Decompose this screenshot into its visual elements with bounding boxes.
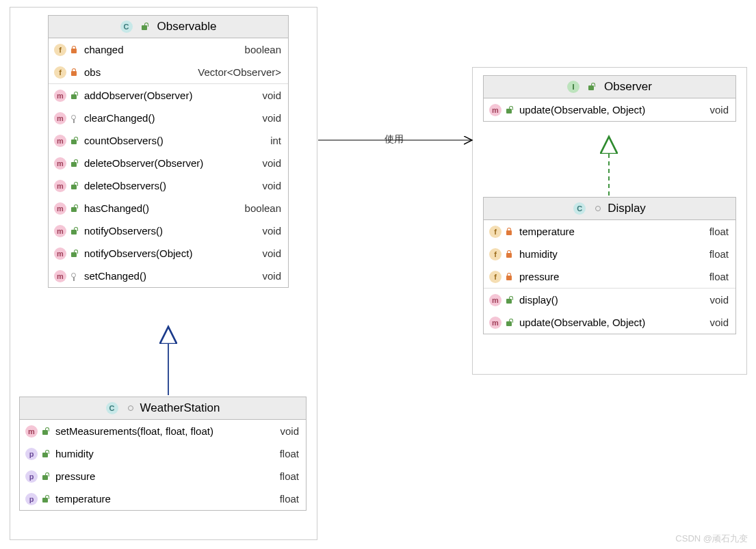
- open-lock-icon: [69, 181, 79, 191]
- member-name: changed: [83, 44, 239, 55]
- class-icon: C: [120, 21, 133, 33]
- member-row: mhasChanged()boolean: [49, 197, 288, 219]
- member-name: countObservers(): [83, 135, 265, 146]
- member-name: update(Observable, Object): [518, 317, 704, 328]
- key-icon: [69, 271, 79, 281]
- open-lock-icon: [69, 159, 79, 168]
- method-icon: m: [54, 112, 66, 124]
- method-icon: m: [54, 225, 66, 237]
- fields-section: ftemperaturefloatfhumidityfloatfpressure…: [484, 220, 735, 289]
- member-name: display(): [518, 294, 704, 306]
- member-name: update(Observable, Object): [518, 104, 704, 116]
- method-icon: m: [489, 104, 501, 116]
- method-icon: m: [54, 90, 66, 102]
- open-lock-icon: [69, 204, 79, 213]
- class-name-label: Display: [608, 202, 646, 215]
- open-lock-icon: [40, 494, 50, 504]
- uses-label: 使用: [383, 133, 405, 146]
- member-name: addObserver(Observer): [83, 90, 257, 101]
- field-icon: f: [489, 226, 501, 238]
- property-icon: p: [25, 448, 38, 460]
- member-name: clearChanged(): [83, 112, 257, 124]
- property-icon: p: [25, 493, 38, 505]
- methods-section: maddObserver(Observer)voidmclearChanged(…: [49, 84, 288, 287]
- field-icon: f: [489, 248, 501, 260]
- members-section: mupdate(Observable, Object)void: [484, 98, 735, 121]
- member-name: obs: [83, 66, 192, 78]
- member-row: ptemperaturefloat: [20, 487, 306, 510]
- watermark: CSDN @顽石九变: [675, 533, 748, 545]
- method-icon: m: [54, 202, 66, 215]
- member-type: void: [257, 157, 281, 169]
- property-icon: p: [25, 470, 38, 483]
- method-icon: m: [54, 270, 66, 282]
- member-row: mdeleteObserver(Observer)void: [49, 152, 288, 174]
- member-row: mnotifyObservers()void: [49, 219, 288, 242]
- member-row: fhumidityfloat: [484, 243, 735, 265]
- member-name: notifyObservers(): [83, 225, 257, 237]
- class-name-label: Observable: [157, 20, 217, 34]
- member-name: deleteObserver(Observer): [83, 157, 257, 169]
- member-type: int: [265, 135, 281, 146]
- class-icon: C: [106, 402, 118, 414]
- method-icon: m: [25, 425, 38, 438]
- open-lock-icon: [40, 427, 50, 436]
- open-lock-icon: [69, 249, 79, 258]
- circle-icon: [595, 206, 601, 211]
- member-type: void: [704, 317, 729, 328]
- open-lock-icon: [69, 91, 79, 101]
- method-icon: m: [489, 317, 501, 329]
- member-type: void: [257, 270, 281, 282]
- class-icon: C: [573, 202, 586, 215]
- key-icon: [69, 113, 79, 123]
- class-title: C Display: [484, 198, 735, 220]
- member-row: fobsVector<Observer>: [49, 61, 288, 83]
- lock-icon: [504, 227, 514, 237]
- member-type: float: [274, 493, 299, 505]
- member-type: float: [704, 271, 729, 282]
- member-type: Vector<Observer>: [192, 66, 281, 78]
- methods-section: mdisplay()voidmupdate(Observable, Object…: [484, 289, 735, 334]
- class-name-label: WeatherStation: [140, 401, 220, 415]
- method-icon: m: [489, 294, 501, 306]
- member-row: mnotifyObservers(Object)void: [49, 242, 288, 265]
- member-row: mdisplay()void: [484, 289, 735, 311]
- member-type: boolean: [239, 44, 281, 55]
- member-row: msetMeasurements(float, float, float)voi…: [20, 420, 306, 442]
- member-name: pressure: [518, 271, 704, 282]
- member-row: ftemperaturefloat: [484, 220, 735, 243]
- method-icon: m: [54, 247, 66, 260]
- class-title: I Observer: [484, 76, 735, 98]
- member-name: notifyObservers(Object): [83, 247, 257, 259]
- class-observable: C Observable fchangedbooleanfobsVector<O…: [48, 15, 289, 288]
- member-row: ppressurefloat: [20, 465, 306, 487]
- member-name: temperature: [54, 493, 274, 505]
- member-type: void: [274, 425, 299, 437]
- member-type: void: [257, 180, 281, 191]
- circle-icon: [128, 405, 133, 411]
- open-lock-icon: [69, 136, 79, 146]
- member-name: humidity: [518, 248, 704, 260]
- member-name: setChanged(): [83, 270, 257, 282]
- member-name: deleteObservers(): [83, 180, 257, 191]
- member-type: boolean: [239, 202, 281, 214]
- member-row: phumidityfloat: [20, 442, 306, 465]
- member-name: humidity: [54, 448, 274, 459]
- lock-icon: [69, 68, 79, 77]
- member-type: void: [704, 294, 729, 306]
- open-lock-icon: [504, 105, 514, 115]
- open-lock-icon: [504, 295, 514, 305]
- method-icon: m: [54, 180, 66, 192]
- lock-icon: [69, 45, 79, 55]
- member-type: float: [704, 226, 729, 237]
- open-lock-icon: [586, 82, 596, 92]
- open-lock-icon: [69, 226, 79, 236]
- lock-icon: [504, 250, 514, 259]
- member-row: msetChanged()void: [49, 265, 288, 287]
- member-name: setMeasurements(float, float, float): [54, 425, 274, 437]
- member-type: void: [257, 247, 281, 259]
- lock-icon: [504, 272, 514, 282]
- field-icon: f: [54, 44, 66, 56]
- interface-icon: I: [567, 81, 579, 93]
- member-name: temperature: [518, 226, 704, 237]
